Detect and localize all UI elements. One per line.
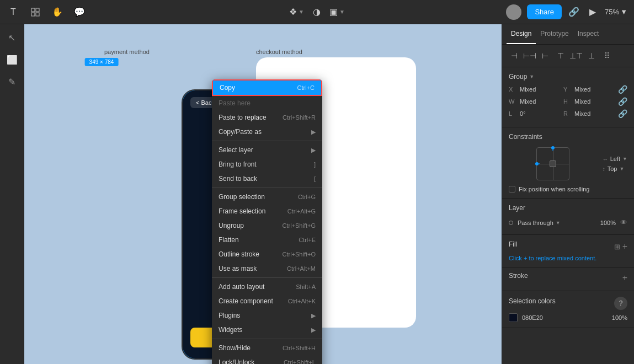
tab-inspect[interactable]: Inspect — [573, 24, 604, 44]
visibility-icon[interactable]: 👁 — [620, 218, 627, 227]
blend-mode-value: Pass through — [518, 220, 553, 226]
group-title: Group ▼ — [509, 73, 627, 81]
align-left-icon[interactable]: ⊣ — [508, 49, 521, 62]
ctx-copy[interactable]: Copy Ctrl+C — [212, 79, 322, 96]
ctx-showhide[interactable]: Show/Hide Ctrl+Shift+H — [212, 341, 322, 355]
fill-section: Fill ⊞ + Click + to replace mixed conten… — [502, 235, 634, 267]
ctx-component-label: Create component — [219, 297, 273, 305]
play-icon[interactable]: ▶ — [586, 6, 599, 19]
constraints-section: Constraints ↔ Left ▼ — [502, 127, 634, 199]
ctx-outline[interactable]: Outline stroke Ctrl+Shift+O — [212, 247, 322, 261]
align-center-h-icon[interactable]: ⊢⊣ — [523, 49, 536, 62]
text-tool-icon[interactable]: T — [7, 6, 20, 19]
fill-plus-link[interactable]: + — [524, 255, 527, 261]
w-label: W — [509, 98, 516, 105]
x-value: Mixed — [520, 86, 560, 93]
ctx-group[interactable]: Group selection Ctrl+G — [212, 190, 322, 204]
fill-desc-text: Click — [509, 255, 524, 261]
link-lr-icon[interactable]: 🔗 — [618, 109, 627, 118]
align-right-icon[interactable]: ⊢ — [539, 49, 552, 62]
ctx-frame-shortcut: Ctrl+Alt+G — [287, 208, 316, 215]
ctx-flatten-label: Flatten — [219, 236, 239, 244]
left-tool-move[interactable]: ↖ — [3, 29, 21, 46]
avatar — [506, 4, 521, 20]
svg-rect-2 — [31, 13, 35, 16]
ctx-widgets[interactable]: Widgets ▶ — [212, 323, 322, 337]
color-swatch-1[interactable] — [509, 313, 518, 322]
tab-prototype[interactable]: Prototype — [536, 24, 573, 44]
ctx-outline-shortcut: Ctrl+Shift+O — [282, 251, 316, 258]
constraint-v-select[interactable]: ↕ Top ▼ — [603, 165, 627, 172]
distribute-icon[interactable]: ⠿ — [600, 49, 614, 62]
ctx-outline-label: Outline stroke — [219, 250, 259, 258]
lr-row: L 0° R Mixed 🔗 — [509, 109, 627, 118]
ctx-send-back[interactable]: Send to back [ — [212, 172, 322, 186]
ctx-paste-replace[interactable]: Paste to replace Ctrl+Shift+R — [212, 110, 322, 125]
constraint-h-select[interactable]: ↔ Left ▼ — [603, 156, 627, 162]
canvas-area[interactable]: payment method < Back — [24, 24, 502, 364]
link-proportional-icon[interactable]: 🔗 — [618, 85, 627, 94]
ctx-mask[interactable]: Use as mask Ctrl+Alt+M — [212, 261, 322, 276]
zoom-indicator[interactable]: 75%▼ — [605, 8, 627, 16]
selection-colors-header: Selection colors ? — [509, 297, 627, 310]
ctx-copy-paste-as-label: Copy/Paste as — [219, 128, 262, 136]
left-tool-pencil[interactable]: ✎ — [3, 73, 21, 90]
align-row: ⊣ ⊢⊣ ⊢ ⊤ ⊥⊤ ⊥ ⠿ — [502, 45, 634, 67]
theme-tool[interactable]: ◑ — [313, 7, 321, 17]
ctx-lockunlock-shortcut: Ctrl+Shift+L — [284, 359, 316, 364]
ctx-frame[interactable]: Frame selection Ctrl+Alt+G — [212, 204, 322, 218]
link-wh-icon[interactable]: 🔗 — [618, 97, 627, 106]
help-button[interactable]: ? — [614, 297, 627, 310]
ctx-plugins[interactable]: Plugins ▶ — [212, 308, 322, 323]
ctx-showhide-shortcut: Ctrl+Shift+H — [283, 345, 316, 351]
link-icon[interactable]: 🔗 — [567, 6, 580, 19]
share-button[interactable]: Share — [527, 4, 562, 19]
ctx-autolayout-label: Add auto layout — [219, 283, 264, 291]
ctx-paste-replace-shortcut: Ctrl+Shift+R — [283, 114, 316, 121]
ctx-autolayout[interactable]: Add auto layout Shift+A — [212, 280, 322, 294]
left-tool-frame[interactable]: ⬜ — [3, 51, 21, 68]
fill-icons: ⊞ + — [614, 242, 627, 251]
ctx-select-layer[interactable]: Select layer ▶ — [212, 143, 322, 157]
toolbar: T ✋ 💬 ❖ ▼ ◑ ▣ ▼ Share 🔗 ▶ 75%▼ — [0, 0, 634, 24]
align-center-v-icon[interactable]: ⊥⊤ — [569, 49, 583, 62]
ctx-flatten[interactable]: Flatten Ctrl+E — [212, 233, 322, 247]
fix-position-checkbox[interactable] — [509, 186, 515, 192]
l-value: 0° — [520, 110, 560, 117]
ctx-paste-here[interactable]: Paste here — [212, 96, 322, 110]
ctx-select-layer-label: Select layer — [219, 146, 253, 154]
ctx-divider-3 — [212, 277, 322, 278]
tab-design[interactable]: Design — [507, 24, 536, 44]
components-tool-icon[interactable] — [29, 6, 42, 19]
h-value: Mixed — [574, 98, 615, 105]
fill-grid-icon[interactable]: ⊞ — [614, 243, 620, 251]
stroke-add-icon[interactable]: + — [622, 273, 627, 283]
frame-tool[interactable]: ▣ ▼ — [329, 7, 345, 17]
ctx-bring-front[interactable]: Bring to front ] — [212, 157, 322, 172]
svg-rect-1 — [36, 8, 39, 12]
ctx-send-back-label: Send to back — [219, 175, 257, 183]
ctx-widgets-arrow: ▶ — [311, 326, 316, 334]
frame2-label: checkout method — [256, 49, 302, 55]
ctx-lockunlock[interactable]: Lock/Unlock Ctrl+Shift+L — [212, 355, 322, 364]
blend-mode-select[interactable]: Pass through ▼ — [518, 220, 589, 226]
ctx-component-shortcut: Ctrl+Alt+K — [288, 298, 316, 304]
toolbar-right: Share 🔗 ▶ 75%▼ — [345, 4, 627, 20]
align-bottom-icon[interactable]: ⊥ — [585, 49, 598, 62]
ctx-ungroup[interactable]: Ungroup Ctrl+Shift+G — [212, 218, 322, 233]
ctx-component[interactable]: Create component Ctrl+Alt+K — [212, 294, 322, 308]
comment-tool-icon[interactable]: 💬 — [73, 6, 86, 19]
ctx-ungroup-shortcut: Ctrl+Shift+G — [282, 222, 316, 229]
align-tool[interactable]: ❖ ▼ — [289, 7, 304, 17]
hand-tool-icon[interactable]: ✋ — [51, 6, 64, 19]
ctx-showhide-label: Show/Hide — [219, 344, 251, 352]
ctx-copy-shortcut: Ctrl+C — [297, 84, 315, 91]
ctx-copy-paste-as[interactable]: Copy/Paste as ▶ — [212, 125, 322, 139]
blend-mode-dot — [509, 221, 513, 225]
fill-desc[interactable]: Click + to replace mixed content. — [509, 255, 627, 261]
blend-mode-chevron: ▼ — [556, 220, 561, 226]
opacity-value[interactable]: 100% — [594, 220, 616, 226]
fill-add-icon[interactable]: + — [622, 242, 627, 251]
align-top-icon[interactable]: ⊤ — [554, 49, 567, 62]
wh-row: W Mixed H Mixed 🔗 — [509, 97, 627, 106]
